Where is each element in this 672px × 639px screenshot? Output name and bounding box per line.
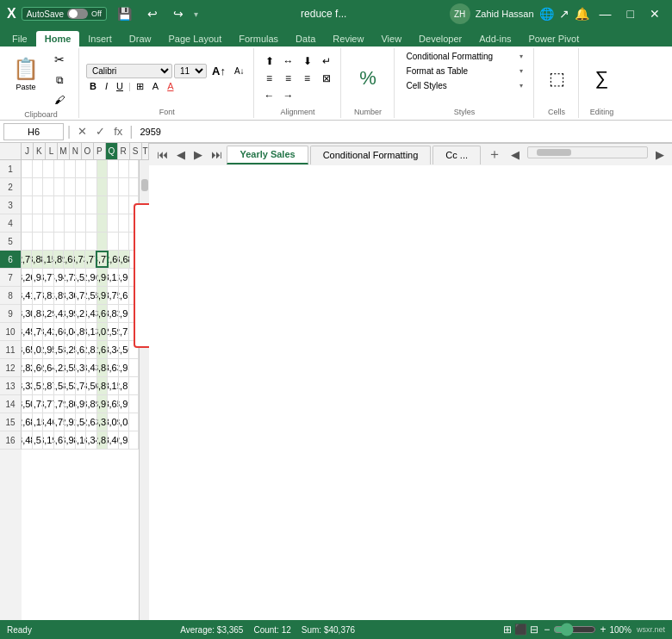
cell-Q2[interactable]	[97, 178, 109, 195]
cell-M10[interactable]: $2,668	[54, 323, 65, 340]
scrollbar-thumb[interactable]	[141, 179, 148, 191]
cell-P13[interactable]: $3,504	[86, 377, 97, 394]
cell-P3[interactable]	[86, 196, 97, 214]
hscroll-thumb[interactable]	[537, 149, 571, 156]
cell-O10[interactable]: $2,890	[76, 323, 87, 340]
sheet-tab-conditional[interactable]: Conditional Formatting	[310, 146, 432, 164]
cell-L8[interactable]: $3,817	[43, 287, 54, 304]
cell-N16[interactable]: $3,980	[65, 431, 76, 449]
cell-O2[interactable]	[76, 178, 87, 195]
cell-S3[interactable]	[119, 196, 130, 214]
cell-J5[interactable]	[22, 233, 33, 250]
cell-R7[interactable]: $3,113	[108, 269, 119, 286]
undo-btn[interactable]: ↩	[142, 5, 163, 22]
cell-S9[interactable]: $2,960	[119, 305, 130, 322]
cell-L15[interactable]: $3,465	[43, 413, 54, 431]
tab-view[interactable]: View	[372, 31, 410, 47]
cell-S11[interactable]: $2,500	[119, 341, 130, 358]
cell-L5[interactable]	[43, 233, 54, 250]
cell-L13[interactable]: $2,873	[43, 377, 54, 394]
cell-R16[interactable]: $3,402	[108, 431, 119, 449]
zoom-slider[interactable]	[553, 623, 596, 636]
cell-L4[interactable]	[43, 214, 54, 232]
cell-N1[interactable]	[65, 160, 76, 177]
cell-O11[interactable]: $3,627	[76, 341, 87, 358]
copy-btn[interactable]: ⧉	[46, 71, 73, 89]
cell-R1[interactable]	[108, 160, 119, 177]
cell-M13[interactable]: $2,589	[54, 377, 65, 394]
cell-R9[interactable]: $3,833	[108, 305, 119, 322]
indent-decrease-btn[interactable]: ←	[261, 88, 278, 103]
cell-J9[interactable]: $3,300	[22, 305, 33, 322]
align-left-btn[interactable]: ≡	[261, 71, 278, 86]
cell-P2[interactable]	[86, 178, 97, 195]
cell-L3[interactable]	[43, 196, 54, 214]
cell-K5[interactable]	[33, 233, 44, 250]
cell-L2[interactable]	[43, 178, 54, 195]
cell-O12[interactable]: $3,353	[76, 359, 87, 376]
cell-J1[interactable]	[22, 160, 33, 177]
col-header-R[interactable]: R	[118, 143, 130, 159]
page-break-btn[interactable]: ⊟	[530, 623, 538, 636]
sheet-nav-first[interactable]: ⏮	[152, 146, 172, 163]
cell-P1[interactable]	[86, 160, 97, 177]
format-as-table-btn[interactable]: Format as Table ▾	[401, 65, 528, 78]
cell-L11[interactable]: $2,953	[43, 341, 54, 358]
cell-M3[interactable]	[54, 196, 65, 214]
cell-M6[interactable]: $3,895	[53, 251, 64, 268]
col-header-S[interactable]: S	[130, 143, 142, 159]
normal-view-btn[interactable]: ⊞	[503, 623, 512, 636]
cell-M8[interactable]: $3,893	[54, 287, 65, 304]
cell-N3[interactable]	[65, 196, 76, 214]
zoom-out-btn[interactable]: −	[544, 623, 550, 636]
cell-O5[interactable]	[76, 233, 87, 250]
cell-K16[interactable]: $3,518	[33, 431, 44, 449]
cell-Q3[interactable]	[97, 196, 109, 214]
cell-M5[interactable]	[54, 233, 65, 250]
cell-J10[interactable]: $3,490	[22, 323, 33, 340]
cell-O7[interactable]: $3,529	[76, 269, 87, 286]
hscroll-right-btn[interactable]: ▶	[651, 146, 669, 163]
cell-K6[interactable]: $3,887	[32, 251, 42, 268]
cell-K13[interactable]: $3,511	[33, 377, 44, 394]
cell-M2[interactable]	[54, 178, 65, 195]
underline-btn[interactable]: U	[113, 80, 127, 92]
col-header-Q[interactable]: Q	[106, 143, 118, 159]
cell-O15[interactable]: $2,541	[76, 413, 87, 431]
align-right-btn[interactable]: ≡	[299, 71, 316, 86]
cell-M7[interactable]: $3,944	[54, 269, 65, 286]
save-icon-btn[interactable]: 💾	[112, 5, 137, 22]
tab-addins[interactable]: Add-ins	[470, 31, 520, 47]
cell-K4[interactable]	[33, 214, 44, 232]
tab-page-layout[interactable]: Page Layout	[159, 31, 230, 47]
col-header-O[interactable]: O	[82, 143, 94, 159]
cell-Q4[interactable]	[97, 214, 109, 232]
cell-P6[interactable]: $3,773	[85, 251, 96, 268]
cell-O16[interactable]: $3,162	[76, 431, 87, 449]
cell-N11[interactable]: $3,256	[65, 341, 76, 358]
cell-N13[interactable]: $3,533	[65, 377, 76, 394]
cell-L12[interactable]: $2,644	[43, 359, 54, 376]
col-header-M[interactable]: M	[58, 143, 70, 159]
close-btn[interactable]: ✕	[644, 5, 665, 22]
cell-J7[interactable]: $3,268	[22, 269, 33, 286]
col-header-J[interactable]: J	[22, 143, 34, 159]
tab-home[interactable]: Home	[36, 31, 80, 47]
cell-O6[interactable]: $3,734	[74, 251, 84, 268]
cell-N15[interactable]: $2,916	[65, 413, 76, 431]
cell-N14[interactable]: $2,809	[65, 395, 76, 413]
sheet-nav-prev[interactable]: ◀	[172, 146, 190, 163]
cell-L16[interactable]: $3,197	[43, 431, 54, 449]
fill-color-btn[interactable]: A	[149, 80, 162, 92]
cell-K12[interactable]: $3,609	[33, 359, 44, 376]
cell-S15[interactable]: $3,082	[119, 413, 130, 431]
cell-N7[interactable]: $2,724	[65, 269, 76, 286]
cell-J3[interactable]	[22, 196, 33, 214]
cell-N4[interactable]	[65, 214, 76, 232]
cell-Q8[interactable]: $3,970	[97, 287, 109, 304]
cell-J12[interactable]: $2,827	[22, 359, 33, 376]
cell-R14[interactable]: $3,655	[108, 395, 119, 413]
cell-Q6[interactable]: $3,770	[96, 251, 109, 268]
cell-M9[interactable]: $3,428	[54, 305, 65, 322]
cell-S5[interactable]	[119, 233, 130, 250]
